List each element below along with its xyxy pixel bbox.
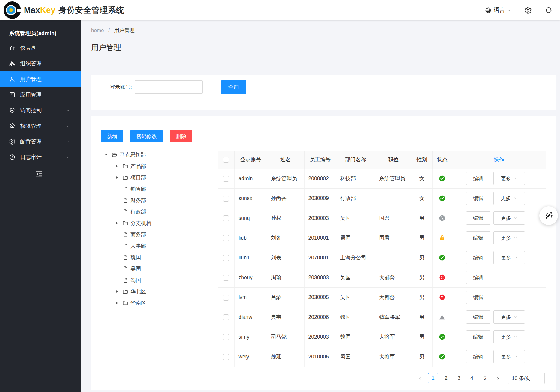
tree-node[interactable]: 行政部	[91, 206, 207, 217]
delete-button[interactable]: 删除	[170, 130, 192, 142]
tree-node[interactable]: 华南区	[91, 297, 207, 309]
column-header: 职位	[375, 151, 412, 169]
next-page-button[interactable]	[493, 373, 503, 383]
row-select-cell	[218, 228, 234, 248]
language-menu[interactable]: 语言	[485, 6, 511, 14]
sidebar-item-shield[interactable]: 访问控制	[0, 103, 81, 118]
sidebar-item-app[interactable]: 应用管理	[0, 87, 81, 103]
sidebar-item-label: 仪表盘	[20, 44, 36, 52]
folder-open-icon	[112, 152, 118, 158]
edit-button[interactable]: 编辑	[466, 192, 490, 205]
caret-right-icon[interactable]	[115, 289, 119, 294]
edit-button[interactable]: 编辑	[466, 310, 490, 324]
logout-icon[interactable]	[545, 7, 552, 14]
more-button[interactable]: 更多	[493, 192, 525, 205]
tree-node[interactable]: 商务部	[91, 229, 207, 240]
sidebar-item-org[interactable]: 组织管理	[0, 56, 81, 71]
sidebar-item-gear[interactable]: 配置管理	[0, 134, 81, 149]
tree-node[interactable]: 魏国	[91, 252, 207, 263]
position-cell: 大将军	[375, 347, 412, 367]
change-password-button[interactable]: 密码修改	[130, 130, 163, 142]
tree-node[interactable]: 蜀国	[91, 274, 207, 286]
page-2-button[interactable]: 2	[441, 373, 451, 383]
page-3-button[interactable]: 3	[454, 373, 464, 383]
tree-node[interactable]: 产品部	[91, 160, 207, 172]
tree-node[interactable]: 马克思钥匙	[91, 149, 207, 160]
row-checkbox[interactable]	[223, 295, 229, 301]
menu-fold-button[interactable]	[35, 170, 44, 179]
tree-node[interactable]: 项目部	[91, 172, 207, 183]
edit-button[interactable]: 编辑	[466, 330, 490, 343]
status-inactive-icon	[439, 294, 445, 301]
employee-no-cell: 2010001	[304, 228, 336, 248]
more-button[interactable]: 更多	[493, 231, 525, 244]
name-cell: 魏延	[267, 347, 304, 367]
tree-node[interactable]: 分支机构	[91, 217, 207, 229]
more-button[interactable]: 更多	[493, 330, 525, 343]
breadcrumb-home[interactable]: home	[91, 28, 104, 33]
tree-node[interactable]: 吴国	[91, 263, 207, 274]
sidebar-menu: 仪表盘组织管理用户管理应用管理访问控制权限管理配置管理日志审计	[0, 40, 81, 165]
chevron-down-icon	[514, 335, 517, 339]
caret-right-icon[interactable]	[115, 221, 119, 226]
edit-button[interactable]: 编辑	[466, 291, 490, 304]
caret-right-icon[interactable]	[115, 301, 119, 305]
table-row: dianw典韦2020006魏国镇军将军男编辑更多	[218, 307, 546, 327]
row-checkbox[interactable]	[223, 235, 229, 241]
more-button[interactable]: 更多	[493, 350, 525, 363]
org-tree-panel: 马克思钥匙产品部项目部销售部财务部行政部分支机构商务部人事部魏国吴国蜀国华北区华…	[91, 146, 207, 390]
page-1-button[interactable]: 1	[428, 373, 438, 383]
tree-node[interactable]: 销售部	[91, 183, 207, 195]
edit-button[interactable]: 编辑	[466, 251, 490, 264]
row-checkbox[interactable]	[223, 215, 229, 221]
department-cell: 上海分公司	[336, 248, 375, 268]
login-account-input[interactable]	[135, 80, 203, 94]
column-header: 状态	[432, 151, 452, 169]
query-button[interactable]: 查询	[221, 80, 246, 94]
actions-cell: 编辑	[452, 287, 546, 307]
row-checkbox[interactable]	[223, 176, 229, 182]
edit-button[interactable]: 编辑	[466, 231, 490, 244]
tree-node[interactable]: 人事部	[91, 240, 207, 252]
magic-wand-button[interactable]	[539, 206, 558, 225]
row-checkbox[interactable]	[223, 196, 229, 202]
row-checkbox[interactable]	[223, 255, 229, 261]
position-cell	[375, 188, 412, 208]
sidebar-item-certificate[interactable]: 权限管理	[0, 118, 81, 134]
settings-icon[interactable]	[524, 7, 532, 14]
page-4-button[interactable]: 4	[467, 373, 477, 383]
page-5-button[interactable]: 5	[480, 373, 490, 383]
more-button[interactable]: 更多	[493, 310, 525, 324]
add-button[interactable]: 新增	[101, 130, 123, 142]
sidebar-item-user[interactable]: 用户管理	[0, 71, 81, 87]
page-size-select[interactable]: 10 条/页	[508, 373, 545, 384]
row-checkbox[interactable]	[223, 275, 229, 281]
caret-down-icon[interactable]	[104, 152, 109, 157]
more-button[interactable]: 更多	[493, 211, 525, 225]
tree-node[interactable]: 财务部	[91, 195, 207, 206]
caret-right-icon[interactable]	[115, 164, 119, 169]
row-checkbox[interactable]	[223, 334, 229, 340]
sidebar-item-label: 用户管理	[20, 76, 42, 83]
edit-button[interactable]: 编辑	[466, 211, 490, 225]
table-row: zhouy周瑜2030003吴国大都督男编辑	[218, 268, 546, 287]
name-cell: 刘备	[267, 228, 304, 248]
tree-node[interactable]: 华北区	[91, 286, 207, 297]
page-size-label: 10 条/页	[512, 375, 530, 382]
select-all-checkbox[interactable]	[223, 157, 229, 163]
edit-button[interactable]: 编辑	[466, 350, 490, 363]
page-title: 用户管理	[91, 43, 121, 52]
caret-placeholder	[115, 255, 119, 260]
app-icon	[9, 91, 16, 98]
status-active-icon	[439, 353, 445, 360]
row-checkbox[interactable]	[223, 354, 229, 360]
sidebar-item-clock[interactable]: 日志审计	[0, 149, 81, 165]
edit-button[interactable]: 编辑	[466, 271, 490, 284]
more-button[interactable]: 更多	[493, 251, 525, 264]
sidebar-item-home[interactable]: 仪表盘	[0, 40, 81, 56]
row-checkbox[interactable]	[223, 314, 229, 320]
caret-right-icon[interactable]	[115, 175, 119, 180]
edit-button[interactable]: 编辑	[466, 172, 490, 185]
more-button[interactable]: 更多	[493, 172, 525, 185]
prev-page-button[interactable]	[415, 373, 425, 383]
